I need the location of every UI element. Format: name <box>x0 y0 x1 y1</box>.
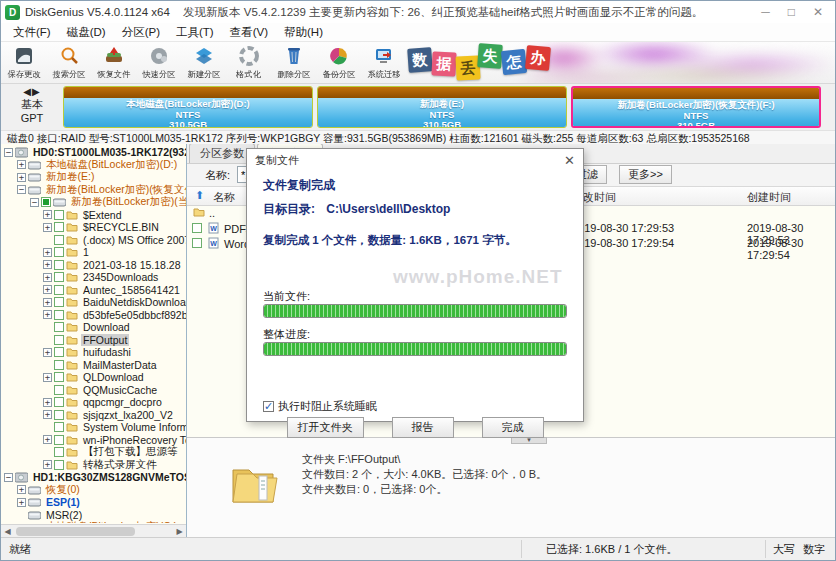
tree-item[interactable]: +2021-03-18 15.18.28 <box>1 259 186 272</box>
menu-item-1[interactable]: 磁盘(D) <box>59 24 114 41</box>
expand-icon[interactable]: + <box>43 310 52 319</box>
恢复文件-button[interactable]: 恢复文件 <box>91 42 136 83</box>
tree-item[interactable]: FFOutput <box>1 334 186 347</box>
tree-checkbox[interactable] <box>54 360 64 370</box>
tree-item[interactable]: +BaiduNetdiskDownload <box>1 296 186 309</box>
scroll-left-icon[interactable]: ◀ <box>1 527 14 536</box>
tree-checkbox[interactable] <box>54 422 64 432</box>
tree-item[interactable]: System Volume Informatio <box>1 421 186 434</box>
tree-checkbox[interactable] <box>54 435 64 445</box>
tree-checkbox[interactable] <box>54 385 64 395</box>
tree-item[interactable]: −HD1:KBG30ZMS128GNVMeTOSHIBA1 <box>1 471 186 484</box>
tree-checkbox[interactable] <box>54 410 64 420</box>
tree-checkbox[interactable] <box>54 310 64 320</box>
tree-checkbox[interactable] <box>54 297 64 307</box>
tree-item[interactable]: +2345Downloads <box>1 271 186 284</box>
scroll-right-icon[interactable]: ▶ <box>173 527 186 536</box>
tree-item[interactable]: +本地磁盘(BitLocker加密)(C:) <box>1 521 186 523</box>
partition-bar-0[interactable]: 本地磁盘(BitLocker加密)(D:)NTFS310.5GB <box>63 86 313 128</box>
tree-item[interactable]: −新加卷(BitLocker加密)(恢复文件)(F:) <box>1 184 186 197</box>
collapse-icon[interactable]: − <box>30 198 39 207</box>
expand-icon[interactable]: + <box>43 348 52 357</box>
tree-checkbox[interactable] <box>54 272 64 282</box>
menu-item-5[interactable]: 帮助(H) <box>276 24 331 41</box>
tree-checkbox[interactable] <box>54 222 64 232</box>
sort-ascending-icon[interactable]: ⬆ <box>195 189 204 202</box>
dialog-title-bar[interactable]: 复制文件 ✕ <box>247 149 583 171</box>
tree-item[interactable]: 【打包下载】思源等 <box>1 446 186 459</box>
tree-checkbox[interactable] <box>54 235 64 245</box>
tree-checkbox[interactable] <box>54 210 64 220</box>
tree-item[interactable]: (.docx) MS Office 2007 WO <box>1 234 186 247</box>
expand-icon[interactable]: + <box>43 398 52 407</box>
collapse-panel-button[interactable]: ▼ <box>511 437 547 444</box>
系统迁移-button[interactable]: 系统迁移 <box>361 42 406 83</box>
expand-icon[interactable]: + <box>43 298 52 307</box>
ad-tile[interactable]: 怎 <box>501 49 527 75</box>
collapse-icon[interactable]: − <box>17 185 26 194</box>
file-checkbox[interactable] <box>192 238 202 248</box>
tree-item[interactable]: +wn-iPhoneRecovery Temp <box>1 434 186 447</box>
tree-item[interactable]: QQMusicCache <box>1 384 186 397</box>
ad-tile[interactable]: 据 <box>431 51 456 76</box>
expand-icon[interactable]: + <box>43 273 52 282</box>
tree-item[interactable]: +d53bfe5e05dbbcf892b136 <box>1 309 186 322</box>
column-name[interactable]: 名称 <box>213 190 235 205</box>
expand-icon[interactable]: + <box>43 223 52 232</box>
tree-item[interactable]: +QLDownload <box>1 371 186 384</box>
tree-checkbox[interactable] <box>54 260 64 270</box>
expand-icon[interactable]: + <box>43 435 52 444</box>
tree-checkbox[interactable] <box>54 372 64 382</box>
完成-button[interactable]: 完成 <box>482 417 544 438</box>
报告-button[interactable]: 报告 <box>392 417 454 438</box>
collapse-icon[interactable]: − <box>4 473 13 482</box>
tree-item[interactable]: MSR(2) <box>1 509 186 522</box>
tree-item[interactable]: −新加卷(BitLocker加密)(当前分区 <box>1 196 186 209</box>
新建分区-button[interactable]: 新建分区 <box>181 42 226 83</box>
tree-item[interactable]: +转格式录屏文件 <box>1 459 186 472</box>
格式化-button[interactable]: 格式化 <box>226 42 271 83</box>
保存更改-button[interactable]: 保存更改 <box>1 42 46 83</box>
expand-icon[interactable]: + <box>17 498 26 507</box>
tree-item[interactable]: −HD0:ST1000LM035-1RK172(932GB) <box>1 146 186 159</box>
expand-icon[interactable]: + <box>43 210 52 219</box>
file-checkbox[interactable] <box>192 223 202 233</box>
备份分区-button[interactable]: 备份分区 <box>316 42 361 83</box>
expand-icon[interactable]: + <box>17 173 26 182</box>
ad-tile[interactable]: 失 <box>477 43 503 69</box>
删除分区-button[interactable]: 删除分区 <box>271 42 316 83</box>
tree-checkbox[interactable] <box>54 285 64 295</box>
expand-icon[interactable]: + <box>17 160 26 169</box>
expand-icon[interactable]: + <box>17 485 26 494</box>
scrollbar-thumb[interactable] <box>16 527 135 536</box>
tree-item[interactable]: +Auntec_1585641421 <box>1 284 186 297</box>
tree-item[interactable]: +huifudashi <box>1 346 186 359</box>
搜索分区-button[interactable]: 搜索分区 <box>46 42 91 83</box>
tree-checkbox[interactable] <box>54 247 64 257</box>
expand-icon[interactable]: + <box>43 373 52 382</box>
tree-checkbox[interactable] <box>41 197 51 207</box>
scroll-arrows-icon[interactable]: ◀▶ <box>7 86 57 97</box>
tree-checkbox[interactable] <box>54 335 64 345</box>
ad-banner[interactable]: 数据丢失怎办 <box>406 42 835 83</box>
close-button[interactable]: ✕ <box>813 5 823 19</box>
partition-bar-1[interactable]: 新加卷(E:)NTFS310.5GB <box>317 86 567 128</box>
expand-icon[interactable]: + <box>43 285 52 294</box>
prevent-sleep-checkbox[interactable]: 执行时阻止系统睡眠 <box>263 399 377 414</box>
tree-item[interactable]: +本地磁盘(BitLocker加密)(D:) <box>1 159 186 172</box>
menu-item-3[interactable]: 工具(T) <box>168 24 222 41</box>
collapse-icon[interactable]: − <box>4 148 13 157</box>
ad-tile[interactable]: 数 <box>407 47 433 73</box>
tree-item[interactable]: +恢复(0) <box>1 484 186 497</box>
tree-horizontal-scrollbar[interactable]: ◀ ▶ <box>1 524 186 537</box>
minimize-button[interactable]: ─ <box>761 5 770 19</box>
tree-checkbox[interactable] <box>54 347 64 357</box>
ad-tile[interactable]: 办 <box>525 45 551 71</box>
tree-item[interactable]: +新加卷(E:) <box>1 171 186 184</box>
checkbox-checked-icon[interactable] <box>263 401 274 412</box>
tree-item[interactable]: +sjsjqzxt_lxa200_V2 <box>1 409 186 422</box>
tree-checkbox[interactable] <box>54 322 64 332</box>
tree-item[interactable]: +1 <box>1 246 186 259</box>
column-created[interactable]: 创建时间 <box>747 190 791 205</box>
menu-item-4[interactable]: 查看(V) <box>222 24 276 41</box>
